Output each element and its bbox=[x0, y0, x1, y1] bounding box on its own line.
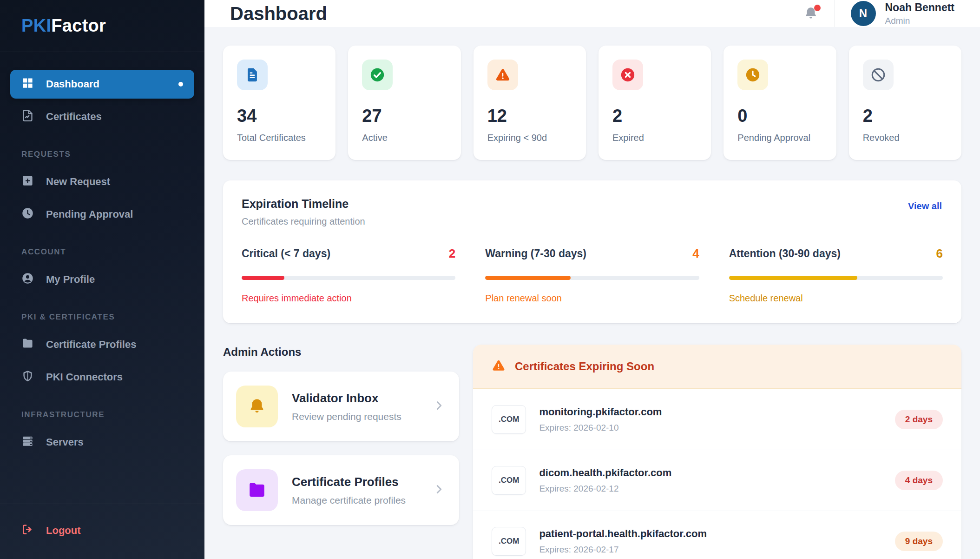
user-icon bbox=[21, 272, 34, 287]
tld-badge: .COM bbox=[492, 527, 526, 556]
nav-section-requests: REQUESTS bbox=[21, 150, 183, 159]
timeline-subtitle: Certificates requiring attention bbox=[242, 216, 943, 227]
expiring-row: .COM patient-portal.health.pkifactor.com… bbox=[473, 511, 961, 559]
tld-badge: .COM bbox=[492, 466, 526, 495]
timeline-segment-warning: Warning (7-30 days) 4 Plan renewal soon bbox=[485, 246, 699, 304]
certificate-file-icon bbox=[21, 109, 34, 125]
server-icon bbox=[21, 435, 34, 450]
dashboard-grid-icon bbox=[21, 77, 34, 92]
stat-value: 2 bbox=[863, 106, 947, 126]
bell-icon bbox=[236, 386, 278, 427]
stat-value: 12 bbox=[487, 106, 572, 126]
stat-value: 0 bbox=[737, 106, 822, 126]
segment-label: Critical (< 7 days) bbox=[242, 247, 330, 260]
expiring-row-text: monitoring.pkifactor.com Expires: 2026-0… bbox=[539, 406, 662, 433]
action-card-validator-inbox[interactable]: Validator Inbox Review pending requests bbox=[223, 372, 459, 441]
segment-count: 4 bbox=[692, 246, 699, 261]
user-name: Noah Bennett bbox=[885, 1, 955, 14]
file-text-icon bbox=[237, 60, 268, 90]
days-remaining-badge: 4 days bbox=[895, 471, 943, 490]
user-role: Admin bbox=[885, 16, 955, 26]
sidebar-item-label: My Profile bbox=[46, 273, 95, 286]
stat-label: Active bbox=[362, 133, 447, 143]
nav-section-infrastructure: INFRASTRUCTURE bbox=[21, 410, 183, 419]
view-all-link[interactable]: View all bbox=[908, 201, 942, 212]
plus-square-icon bbox=[21, 174, 34, 190]
sidebar: PKIFactor Dashboard Certificates REQUEST… bbox=[0, 0, 204, 559]
stat-card-active: 27 Active bbox=[348, 46, 460, 160]
expiring-row-text: patient-portal.health.pkifactor.com Expi… bbox=[539, 528, 707, 555]
sidebar-item-label: Certificates bbox=[46, 111, 102, 123]
sidebar-item-my-profile[interactable]: My Profile bbox=[10, 265, 194, 294]
days-remaining-badge: 9 days bbox=[895, 532, 943, 551]
sidebar-item-new-request[interactable]: New Request bbox=[10, 167, 194, 196]
header-divider bbox=[835, 0, 835, 27]
expiration-timeline-card: View all Expiration Timeline Certificate… bbox=[223, 180, 961, 323]
progress-fill bbox=[485, 276, 571, 280]
notifications-button[interactable] bbox=[803, 6, 819, 21]
chevron-right-icon bbox=[432, 482, 446, 498]
stat-label: Expired bbox=[612, 133, 697, 143]
sidebar-item-certificate-profiles[interactable]: Certificate Profiles bbox=[10, 330, 194, 359]
expiring-panel-header: Certificates Expiring Soon bbox=[473, 345, 961, 389]
main-area: Dashboard N Noah Bennett Admin 34 Total … bbox=[204, 0, 980, 559]
admin-actions-column: Admin Actions Validator Inbox Review pen… bbox=[223, 345, 459, 559]
header-right: N Noah Bennett Admin bbox=[803, 0, 955, 27]
segment-caption: Schedule renewal bbox=[729, 293, 943, 304]
sidebar-item-label: New Request bbox=[46, 176, 110, 188]
shield-icon bbox=[21, 370, 34, 385]
user-meta: Noah Bennett Admin bbox=[885, 1, 955, 26]
ban-icon bbox=[863, 60, 894, 90]
sidebar-item-dashboard[interactable]: Dashboard bbox=[10, 70, 194, 99]
sidebar-item-label: Servers bbox=[46, 436, 84, 448]
action-title: Validator Inbox bbox=[292, 391, 401, 406]
certificates-expiring-panel: Certificates Expiring Soon .COM monitori… bbox=[473, 345, 961, 559]
progress-fill bbox=[242, 276, 284, 280]
sidebar-item-servers[interactable]: Servers bbox=[10, 428, 194, 457]
sidebar-item-label: Certificate Profiles bbox=[46, 339, 136, 351]
certificate-domain: patient-portal.health.pkifactor.com bbox=[539, 528, 707, 540]
sidebar-item-pending-approval[interactable]: Pending Approval bbox=[10, 200, 194, 229]
segment-count: 6 bbox=[936, 246, 943, 261]
stat-label: Pending Approval bbox=[737, 133, 822, 143]
certificate-domain: dicom.health.pkifactor.com bbox=[539, 467, 671, 479]
stat-card-pending-approval: 0 Pending Approval bbox=[723, 46, 836, 160]
stat-card-total-certificates: 34 Total Certificates bbox=[223, 46, 335, 160]
action-card-certificate-profiles[interactable]: Certificate Profiles Manage certificate … bbox=[223, 455, 459, 525]
action-title: Certificate Profiles bbox=[292, 475, 406, 489]
segment-label: Attention (30-90 days) bbox=[729, 247, 841, 260]
progress-track bbox=[485, 276, 699, 280]
logout-button[interactable]: Logout bbox=[10, 516, 194, 545]
timeline-segment-attention: Attention (30-90 days) 6 Schedule renewa… bbox=[729, 246, 943, 304]
sidebar-item-certificates[interactable]: Certificates bbox=[10, 102, 194, 131]
folder-icon bbox=[236, 469, 278, 511]
brand-part-1: PKI bbox=[21, 16, 51, 36]
page-title: Dashboard bbox=[230, 3, 327, 24]
segment-caption: Plan renewal soon bbox=[485, 293, 699, 304]
timeline-segment-critical: Critical (< 7 days) 2 Requires immediate… bbox=[242, 246, 455, 304]
chevron-right-icon bbox=[432, 399, 446, 414]
stat-label: Total Certificates bbox=[237, 133, 322, 143]
sidebar-item-pki-connectors[interactable]: PKI Connectors bbox=[10, 363, 194, 392]
progress-track bbox=[729, 276, 943, 280]
stat-value: 2 bbox=[612, 106, 697, 126]
sidebar-nav: Dashboard Certificates REQUESTS New Requ… bbox=[0, 52, 204, 504]
stat-card-revoked: 2 Revoked bbox=[849, 46, 961, 160]
action-desc: Review pending requests bbox=[292, 411, 401, 422]
expiring-row: .COM dicom.health.pkifactor.com Expires:… bbox=[473, 450, 961, 511]
folder-icon bbox=[21, 337, 34, 353]
nav-section-pki-certificates: PKI & CERTIFICATES bbox=[21, 313, 183, 322]
nav-section-account: ACCOUNT bbox=[21, 247, 183, 257]
bell-icon bbox=[803, 15, 819, 23]
sidebar-item-label: PKI Connectors bbox=[46, 371, 123, 383]
admin-actions-heading: Admin Actions bbox=[223, 346, 459, 359]
clock-icon bbox=[21, 207, 34, 222]
clock-icon bbox=[737, 60, 768, 90]
bottom-section: Admin Actions Validator Inbox Review pen… bbox=[223, 345, 961, 559]
certificate-expiry: Expires: 2026-02-12 bbox=[539, 484, 671, 494]
user-menu[interactable]: N Noah Bennett Admin bbox=[851, 1, 955, 26]
certificate-expiry: Expires: 2026-02-10 bbox=[539, 423, 662, 433]
action-card-text: Validator Inbox Review pending requests bbox=[292, 391, 401, 422]
segment-label: Warning (7-30 days) bbox=[485, 247, 586, 260]
stat-label: Revoked bbox=[863, 133, 947, 143]
